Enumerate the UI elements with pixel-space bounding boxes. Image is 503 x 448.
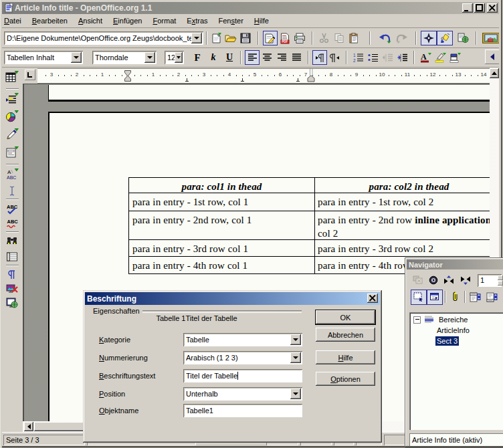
edit-file-button[interactable] [263,31,278,45]
font-color-button[interactable]: A [418,50,433,65]
draw-functions-button[interactable] [5,127,19,142]
navigation-button[interactable] [426,273,440,287]
paragraph-style-combobox[interactable]: Tabellen Inhalt [4,51,83,64]
graphics-onoff-button[interactable] [5,282,19,296]
menu-datei[interactable]: Datei [2,15,27,26]
align-right-button[interactable] [274,50,289,65]
dropdown-button[interactable] [290,334,301,345]
previous-object-button[interactable] [441,273,456,287]
toggle-master-view-button[interactable] [411,273,425,287]
indent-marker[interactable] [124,70,131,82]
dialog-input-objektname[interactable]: Tabelle1 [183,404,302,417]
spellcheck-button[interactable]: ABC [5,201,19,216]
table-cell[interactable]: para in entry - 4th row col 1 [129,257,314,273]
navigator-titlebar[interactable]: Navigator [407,259,503,269]
document-list[interactable]: Article Info title (aktiv) [409,433,503,446]
optionen-button[interactable]: Optionen [316,372,375,386]
tree-item-sect3[interactable]: Sect 3 [409,336,503,346]
undo-button[interactable] [376,31,393,45]
insert-object-button[interactable] [5,109,19,124]
spin-up-button[interactable] [498,275,503,280]
tree-item-articleinfo[interactable]: ArticleInfo [409,325,503,336]
menu-fenster[interactable]: Fenster [213,15,249,26]
new-document-button[interactable] [209,31,223,45]
copy-button[interactable] [332,31,346,45]
menu-extras[interactable]: Extras [181,15,213,26]
bullets-button[interactable] [365,50,380,65]
online-layout-button[interactable] [5,296,19,310]
table-cell[interactable]: para in entry - 1st row, col 2 [314,193,491,211]
ltr-direction-button[interactable] [312,50,327,65]
url-dropdown-button[interactable] [191,33,202,43]
menu-hilfe[interactable]: Hilfe [249,15,274,26]
page-spinner[interactable]: 1 [478,274,502,287]
header-button[interactable] [468,290,483,305]
increase-indent-button[interactable] [395,50,409,65]
close-button[interactable] [487,3,498,13]
paste-button[interactable] [346,31,361,45]
navigator-tree[interactable]: BereicheArticleInfoSect 3 [409,312,503,430]
menu-format[interactable]: Format [147,15,181,26]
scroll-up-button[interactable] [490,68,499,78]
navigator-toggle-button[interactable] [421,31,437,45]
align-left-button[interactable] [245,50,260,65]
font-dropdown-button[interactable] [144,52,155,63]
dialog-input-beschriftungstext[interactable]: Titel der Tabelle [183,369,302,382]
size-dropdown-button[interactable] [175,52,183,63]
titlebar[interactable]: Article Info title - OpenOffice.org 1.1 [2,2,501,14]
data-sources-button[interactable] [5,249,19,264]
navigator-window[interactable]: Navigator [405,258,503,448]
justify-button[interactable] [289,50,304,65]
decrease-indent-button[interactable] [380,50,395,65]
save-button[interactable] [238,31,253,45]
bold-button[interactable]: F [191,50,204,65]
font-name-combobox[interactable]: Thorndale [92,51,157,64]
horizontal-ruler[interactable]: 3211234567891011121314 [37,68,490,84]
dialog-combo-kategorie[interactable]: Tabelle [183,333,302,346]
menu-bearbeiten[interactable]: Bearbeiten [27,15,73,26]
table-cell[interactable]: para in entry - 3rd row col 2 [314,240,491,256]
minimize-button[interactable] [462,3,473,13]
redo-button[interactable] [393,31,411,45]
toolbar-scroll-left-button[interactable] [485,49,500,64]
tree-expander-icon[interactable] [413,316,421,324]
table-cell[interactable]: para in entry - 2nd row inline applicati… [314,211,491,239]
menu-ansicht[interactable]: Ansicht [73,15,108,26]
spin-down-button[interactable] [498,281,503,286]
hyperlink-dialog-button[interactable] [455,31,471,45]
autospellcheck-button[interactable]: ABC [5,216,19,231]
find-replace-button[interactable] [5,234,19,249]
dialog-combo-nummerierung[interactable]: Arabisch (1 2 3) [183,351,302,364]
tab-type-selector[interactable] [25,70,35,80]
stylist-toggle-button[interactable] [437,31,453,45]
hilfe-button[interactable]: Hilfe [316,350,375,364]
url-combobox[interactable]: D:\Eigene Dokumente\OpenOffice.org Zeugs… [4,31,203,45]
drag-mode-button[interactable] [411,290,427,305]
nonprinting-characters-button[interactable] [5,267,19,282]
table-header-cell[interactable]: para: col1 in thead [129,178,314,193]
table-header-cell[interactable]: para: col2 in thead [314,178,491,193]
cut-button[interactable] [317,31,332,45]
footer-button[interactable] [484,290,500,305]
gallery-button[interactable] [481,31,501,45]
font-size-combobox[interactable]: 12 [165,51,184,64]
set-reminder-button[interactable] [448,290,462,305]
export-pdf-button[interactable]: PDF [278,31,292,45]
caption-dialog[interactable]: Beschriftung Eigenschaften Tabelle 1Tite… [83,290,382,443]
table-cell[interactable]: para in entry - 1st row, col 1 [129,193,314,211]
rtl-direction-button[interactable] [327,50,342,65]
scroll-left-button[interactable] [24,422,33,431]
insert-fields-button[interactable] [5,92,19,106]
style-dropdown-button[interactable] [71,52,82,63]
underline-button[interactable]: U [223,50,236,65]
highlight-button[interactable] [433,50,447,65]
numbering-button[interactable]: 1 2 [350,50,365,65]
align-center-button[interactable] [260,50,274,65]
italic-button[interactable]: k [207,50,220,65]
open-button[interactable] [223,31,238,45]
dialog-titlebar[interactable]: Beschriftung [85,292,380,305]
insert-table-button[interactable] [5,70,19,84]
menu-einfgen[interactable]: Einfügen [108,15,147,26]
print-button[interactable] [292,31,307,45]
direct-cursor-button[interactable] [5,183,19,198]
